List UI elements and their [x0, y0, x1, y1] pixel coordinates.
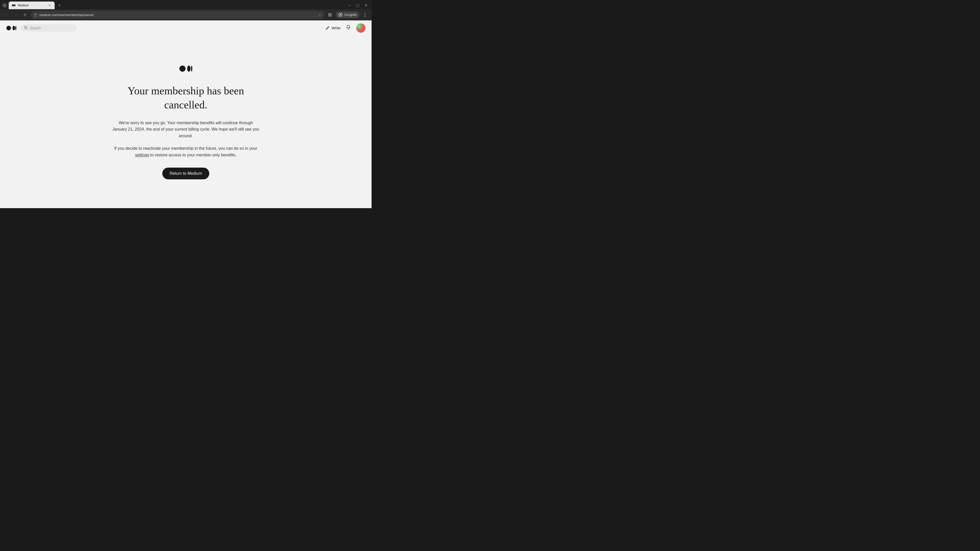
- search-bar[interactable]: Search: [21, 24, 76, 32]
- svg-point-10: [13, 26, 15, 30]
- reactivate-text: If you decide to reactivate your members…: [112, 145, 260, 158]
- extensions-button[interactable]: [326, 11, 334, 18]
- svg-point-8: [340, 14, 341, 15]
- page-content: Search Write: [0, 21, 372, 208]
- close-button[interactable]: ✕: [364, 3, 368, 7]
- cancellation-heading: Your membership has been cancelled.: [127, 84, 244, 112]
- maximize-button[interactable]: ▢: [356, 3, 360, 7]
- user-avatar[interactable]: [356, 24, 366, 33]
- medium-header: Search Write: [0, 21, 372, 36]
- svg-rect-4: [330, 13, 331, 14]
- browser-top-bar: Medium ✕ + ─ ▢ ✕: [0, 0, 372, 9]
- svg-point-0: [12, 4, 14, 6]
- cancellation-subtitle: We're sorry to see you go. Your membersh…: [112, 120, 260, 139]
- toolbar-right: Incognito: [326, 11, 369, 18]
- active-tab[interactable]: Medium ✕: [9, 2, 55, 9]
- svg-point-16: [180, 65, 186, 72]
- incognito-button[interactable]: Incognito: [336, 11, 360, 18]
- svg-point-11: [15, 26, 16, 30]
- svg-point-17: [187, 65, 191, 72]
- search-placeholder: Search: [30, 26, 41, 30]
- minimize-button[interactable]: ─: [348, 3, 351, 7]
- address-bar[interactable]: medium.com/me/membership/cancel ☆: [30, 11, 325, 19]
- svg-point-15: [356, 24, 366, 33]
- svg-rect-6: [330, 15, 331, 16]
- center-medium-logo: [179, 65, 192, 74]
- refresh-button[interactable]: ↻: [21, 11, 29, 18]
- header-right: Write: [325, 24, 366, 33]
- svg-line-13: [27, 28, 27, 29]
- svg-point-18: [191, 65, 192, 72]
- new-tab-button[interactable]: +: [56, 2, 63, 9]
- svg-rect-3: [328, 13, 330, 14]
- address-text: medium.com/me/membership/cancel: [39, 13, 316, 17]
- incognito-label: Incognito: [344, 13, 357, 17]
- main-content: Your membership has been cancelled. We'r…: [0, 36, 372, 208]
- medium-logo[interactable]: [6, 25, 16, 31]
- bookmark-icon[interactable]: ☆: [318, 13, 321, 17]
- security-icon: [34, 13, 37, 17]
- settings-link[interactable]: settings: [135, 153, 149, 157]
- write-label: Write: [331, 26, 340, 30]
- svg-point-9: [6, 26, 11, 30]
- back-button[interactable]: ←: [3, 11, 10, 18]
- window-controls: ─ ▢ ✕: [348, 3, 369, 7]
- svg-point-1: [14, 4, 16, 6]
- tab-list-button[interactable]: [2, 3, 7, 8]
- search-icon: [24, 26, 27, 30]
- svg-rect-5: [328, 15, 330, 16]
- browser-toolbar: ← → ↻ medium.com/me/membership/cancel ☆: [0, 9, 372, 21]
- tab-title: Medium: [18, 3, 45, 7]
- notifications-button[interactable]: [345, 24, 351, 32]
- svg-rect-2: [34, 14, 37, 16]
- tab-close-button[interactable]: ✕: [48, 3, 52, 7]
- write-button[interactable]: Write: [325, 25, 340, 30]
- tab-area: Medium ✕ +: [2, 2, 63, 9]
- return-to-medium-button[interactable]: Return to Medium: [162, 168, 209, 179]
- forward-button[interactable]: →: [12, 11, 19, 18]
- tab-favicon: [12, 3, 16, 7]
- menu-button[interactable]: [361, 11, 369, 18]
